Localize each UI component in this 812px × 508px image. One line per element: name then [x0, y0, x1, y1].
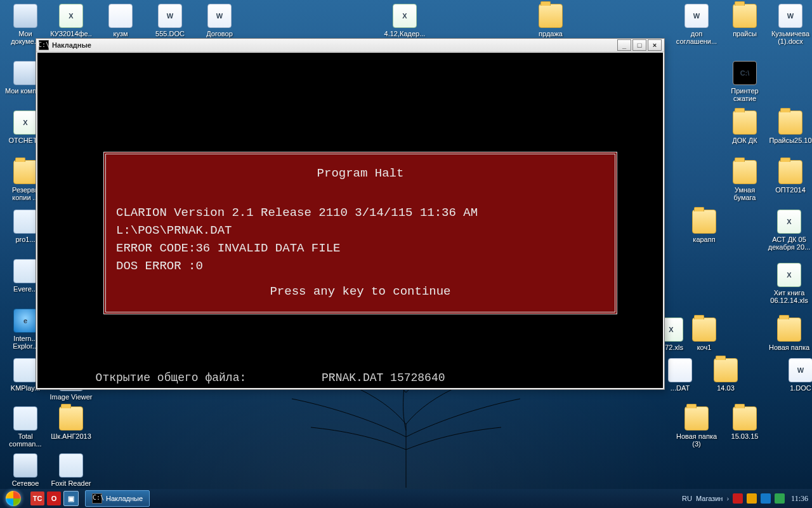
- desktop-icon-label: 4.12,Кадер...: [384, 30, 426, 37]
- taskbar-task-nakladnye[interactable]: C:\ Накладные: [85, 490, 150, 507]
- desktop-icon[interactable]: XХит книга 06.12.14.xls: [768, 263, 811, 304]
- desktop-icon[interactable]: ...DAT: [658, 358, 702, 392]
- desktop-icon-label: Foxit Reader: [51, 479, 91, 487]
- tray-icon[interactable]: [747, 493, 757, 504]
- xls-icon: X: [777, 263, 801, 287]
- sys-icon: [13, 61, 37, 85]
- desktop-icon-label: Прайсы25.10: [769, 137, 811, 144]
- tray-chevron-icon[interactable]: ›: [726, 495, 729, 502]
- desktop-icon-label: коч1: [697, 344, 712, 351]
- desktop-icon[interactable]: Прайсы25.10: [769, 110, 812, 144]
- desktop-icon[interactable]: Wдоп соглашени...: [675, 4, 718, 45]
- desktop-icon-label: Умная бумага: [723, 186, 766, 201]
- tray-icon[interactable]: [733, 493, 743, 504]
- desktop-icon-label: ОПТ2014: [775, 186, 806, 194]
- app-icon: [13, 358, 37, 382]
- desktop-icon-label: Evere...: [13, 285, 37, 293]
- desktop-icon[interactable]: карапп: [683, 210, 726, 243]
- word-icon: W: [684, 4, 709, 28]
- minimize-button[interactable]: _: [617, 39, 631, 51]
- desktop-icon-label: Принтер сжатие: [723, 87, 766, 102]
- desktop-icon-label: Договор: [206, 30, 233, 37]
- desktop-icon[interactable]: WДоговор: [198, 4, 241, 37]
- halt-line-0: CLARION Version 2.1 Release 2110 3/14/11…: [116, 206, 478, 220]
- folder-icon: [692, 210, 716, 234]
- desktop-icon-label: АСТ ДК 05 декабря 20...: [768, 236, 811, 251]
- maximize-button[interactable]: □: [632, 39, 646, 51]
- taskbar[interactable]: TCO▣ C:\ Накладные RU Магазин › 11:36: [0, 489, 812, 508]
- xls-icon: X: [13, 110, 37, 135]
- desktop-icon[interactable]: WКузьмичева (1).docx: [769, 4, 812, 45]
- cmd-icon: C:\: [39, 40, 49, 50]
- halt-line-1: L:\POS\PRNAK.DAT: [116, 224, 232, 237]
- word-icon: W: [778, 4, 802, 28]
- program-halt-dialog[interactable]: Program Halt CLARION Version 2.1 Release…: [103, 152, 617, 314]
- app-icon: [59, 453, 83, 478]
- desktop-icon-label: ...DAT: [671, 384, 690, 392]
- folder-icon: [539, 4, 563, 28]
- desktop[interactable]: Мои докуме...XКУЗ2014фе...кузмW555.DOCWД…: [0, 0, 812, 508]
- close-button[interactable]: ×: [648, 39, 662, 51]
- desktop-icon[interactable]: ОПТ2014: [769, 160, 812, 194]
- console-status-line: Открытие общего файла: PRNAK.DAT 1572864…: [37, 371, 663, 388]
- word-icon: W: [158, 4, 182, 28]
- desktop-icon-label: Image Viewer: [49, 393, 92, 401]
- desktop-icon[interactable]: XАСТ ДК 05 декабря 20...: [768, 210, 811, 251]
- xls-icon: X: [393, 4, 417, 28]
- desktop-icon-label: Новая папка (3): [675, 432, 718, 448]
- folder-icon: [714, 358, 738, 382]
- console-window[interactable]: C:\ Накладные _ □ × Program Halt CLARION…: [36, 38, 665, 390]
- start-button[interactable]: [0, 489, 27, 508]
- folder-icon: [13, 160, 37, 184]
- desktop-icon-label: кузм: [113, 30, 128, 37]
- word-icon: W: [207, 4, 232, 28]
- desktop-icon-label: прдажа: [539, 30, 563, 37]
- desktop-icon-label: доп соглашени...: [675, 30, 718, 45]
- desktop-icon[interactable]: C:\Принтер сжатие: [723, 61, 766, 102]
- desktop-icon[interactable]: прдажа: [529, 4, 572, 37]
- folder-icon: [692, 318, 716, 342]
- desktop-icon[interactable]: 14.03: [704, 358, 747, 392]
- windows-orb-icon: [6, 491, 21, 506]
- tray-icon[interactable]: [761, 493, 771, 504]
- system-tray[interactable]: RU Магазин › 11:36: [682, 493, 812, 504]
- desktop-icon[interactable]: Total comman...: [4, 406, 47, 448]
- desktop-icon[interactable]: коч1: [683, 318, 726, 351]
- quicklaunch-total-commander[interactable]: TC: [30, 491, 44, 505]
- desktop-icon-label: Кузьмичева (1).docx: [769, 30, 812, 45]
- sys-icon: [13, 453, 37, 478]
- tray-icon[interactable]: [775, 493, 785, 504]
- halt-line-2: ERROR CODE:36 INVALID DATA FILE: [116, 241, 340, 255]
- quicklaunch-opera[interactable]: O: [47, 491, 61, 505]
- folder-icon: [684, 406, 709, 431]
- console-client[interactable]: Program Halt CLARION Version 2.1 Release…: [37, 53, 663, 388]
- tray-store-label[interactable]: Магазин: [696, 495, 723, 502]
- word-icon: W: [789, 358, 812, 382]
- desktop-icon-label: pro1...: [15, 236, 35, 243]
- desktop-icon[interactable]: W555.DOC: [148, 4, 192, 37]
- window-titlebar[interactable]: C:\ Накладные _ □ ×: [36, 39, 664, 52]
- desktop-icon-label: Total comman...: [4, 432, 47, 448]
- desktop-icon[interactable]: Шк.АНГ2013: [49, 406, 93, 440]
- cmd-icon: C:\: [92, 493, 102, 504]
- desktop-icon[interactable]: W1.DOC: [779, 358, 812, 392]
- taskbar-clock[interactable]: 11:36: [791, 494, 808, 504]
- desktop-icon[interactable]: ДОК ДК: [723, 110, 766, 144]
- quicklaunch-kmplayer[interactable]: ▣: [63, 491, 79, 506]
- language-indicator[interactable]: RU: [682, 495, 692, 502]
- desktop-icon-label: прайсы: [733, 30, 757, 37]
- desktop-icon[interactable]: Умная бумага: [723, 160, 766, 201]
- task-button-label: Накладные: [106, 495, 143, 502]
- desktop-icon[interactable]: Новая папка: [768, 318, 811, 351]
- folder-icon: [733, 4, 757, 28]
- halt-prompt: Press any key to continue: [116, 283, 605, 300]
- sys-icon: [13, 4, 37, 28]
- desktop-icon-label: 1.DOC: [790, 384, 811, 392]
- desktop-icon[interactable]: 15.03.15: [723, 406, 766, 440]
- desktop-icon[interactable]: Новая папка (3): [675, 406, 718, 448]
- folder-icon: [59, 406, 83, 431]
- desktop-icon[interactable]: X4.12,Кадер...: [383, 4, 426, 37]
- desktop-icon[interactable]: прайсы: [723, 4, 766, 37]
- desktop-icon[interactable]: кузм: [99, 4, 142, 37]
- desktop-icon[interactable]: Foxit Reader: [49, 453, 93, 487]
